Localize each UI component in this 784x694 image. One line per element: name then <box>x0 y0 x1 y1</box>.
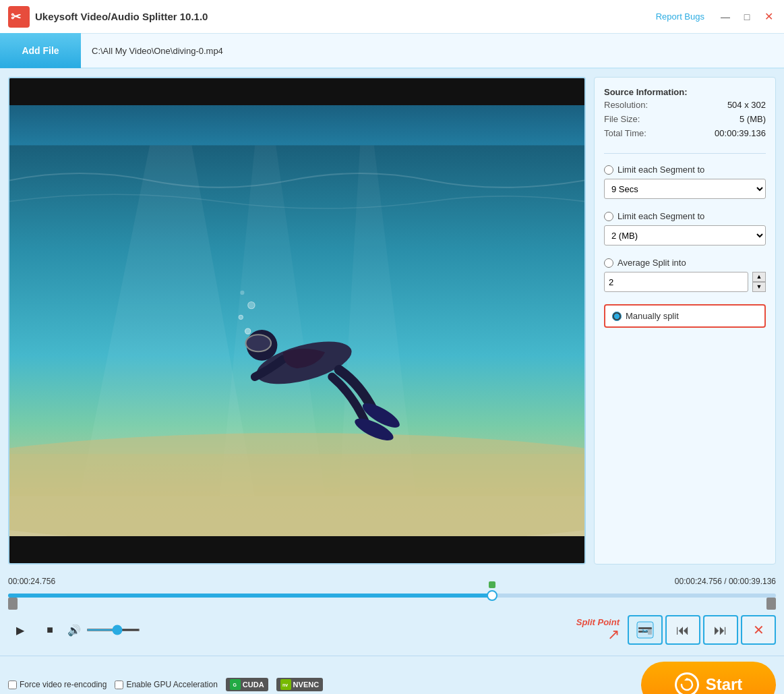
start-button[interactable]: Start <box>641 662 776 694</box>
time-select-row: 9 Secs 10 Secs 15 Secs 20 Secs 30 Secs 6… <box>604 179 766 199</box>
svg-point-13 <box>245 328 251 334</box>
right-trim-handle[interactable] <box>766 598 776 610</box>
svg-point-15 <box>248 301 255 308</box>
window-controls: — □ ✕ <box>718 9 776 24</box>
average-split-label: Average Split into <box>617 258 686 268</box>
current-time-display: 00:00:24.756 <box>8 577 55 586</box>
total-time-display: 00:00:24.756 / 00:00:39.136 <box>675 577 776 586</box>
nvenc-badge: nv NVENC <box>276 678 324 691</box>
go-to-end-button[interactable]: ⏭ <box>703 615 738 645</box>
average-split-radio[interactable] <box>604 258 613 268</box>
segment-time-select[interactable]: 9 Secs 10 Secs 15 Secs 20 Secs 30 Secs 6… <box>604 179 766 199</box>
refresh-icon <box>680 677 694 692</box>
average-split-radio-label[interactable]: Average Split into <box>604 258 766 268</box>
segment-size-select[interactable]: 1 (MB) 2 (MB) 5 (MB) 10 (MB) 20 (MB) <box>604 225 766 245</box>
filesize-value: 5 (MB) <box>740 114 766 124</box>
time-row: 00:00:24.756 00:00:24.756 / 00:00:39.136 <box>8 573 776 589</box>
svg-text:✂: ✂ <box>11 10 22 24</box>
main-content: Source Information: Resolution: 504 x 30… <box>0 69 784 573</box>
scissors-icon: ✂ <box>636 620 655 639</box>
progress-handle[interactable] <box>487 590 497 601</box>
add-file-button[interactable]: Add File <box>0 33 81 68</box>
enable-gpu-text: Enable GPU Acceleration <box>126 680 217 689</box>
source-info-section: Source Information: Resolution: 504 x 30… <box>604 87 766 142</box>
cuda-badge: G CUDA <box>226 678 268 691</box>
svg-point-16 <box>240 291 244 295</box>
filesize-row: File Size: 5 (MB) <box>604 114 766 124</box>
footer: Force video re-encoding Enable GPU Accel… <box>0 656 784 694</box>
progress-container[interactable] <box>8 594 776 607</box>
right-panel: Source Information: Resolution: 504 x 30… <box>594 77 776 565</box>
resolution-label: Resolution: <box>604 100 648 110</box>
spin-buttons: ▲ ▼ <box>752 272 766 292</box>
left-trim-handle[interactable] <box>8 598 18 610</box>
delete-button[interactable]: ✕ <box>741 615 776 645</box>
svg-point-10 <box>246 335 271 351</box>
manually-split-option[interactable]: Manually split <box>604 304 766 328</box>
svg-rect-7 <box>9 454 584 496</box>
divider-1 <box>604 153 766 154</box>
title-bar: ✂ Ukeysoft Video/Audio Splitter 10.1.0 R… <box>0 0 784 34</box>
app-logo: ✂ <box>8 6 30 28</box>
svg-text:G: G <box>233 683 237 687</box>
volume-icon: 🔊 <box>67 624 81 637</box>
limit-size-option: Limit each Segment to 1 (MB) 2 (MB) 5 (M… <box>604 211 766 245</box>
go-to-start-icon: ⏮ <box>676 623 690 638</box>
video-bottom-bar <box>9 536 584 563</box>
force-reencode-label[interactable]: Force video re-encoding <box>8 680 107 689</box>
totaltime-row: Total Time: 00:00:39.136 <box>604 128 766 138</box>
progress-track[interactable] <box>8 594 776 598</box>
add-split-point-button[interactable]: ✂ <box>628 615 663 645</box>
split-point-area: Split Point ↗ <box>525 617 620 643</box>
start-icon <box>675 672 699 694</box>
action-buttons: ✂ ⏮ ⏭ ✕ <box>628 615 776 645</box>
go-to-end-icon: ⏭ <box>714 623 727 638</box>
controls-row: ▶ ■ 🔊 Split Point ↗ ✂ ⏮ <box>8 610 776 650</box>
video-panel <box>8 77 586 565</box>
delete-icon: ✕ <box>753 622 764 638</box>
resolution-row: Resolution: 504 x 302 <box>604 100 766 110</box>
limit-size-radio-label[interactable]: Limit each Segment to <box>604 211 766 221</box>
footer-top: Force video re-encoding Enable GPU Accel… <box>8 662 776 694</box>
start-button-label: Start <box>706 675 743 694</box>
video-content <box>9 105 584 536</box>
manually-split-radio[interactable] <box>612 312 622 321</box>
average-split-input[interactable] <box>604 272 748 292</box>
split-arrow-icon: ↗ <box>607 626 620 643</box>
minimize-button[interactable]: — <box>718 9 733 24</box>
app-title: Ukeysoft Video/Audio Splitter 10.1.0 <box>35 11 656 22</box>
manually-split-label: Manually split <box>626 311 679 321</box>
average-input-row: ▲ ▼ <box>604 272 766 292</box>
split-marker <box>489 581 495 588</box>
nvenc-icon: nv <box>280 679 291 690</box>
go-to-start-button[interactable]: ⏮ <box>665 615 700 645</box>
source-info-title: Source Information: <box>604 87 766 97</box>
volume-slider[interactable] <box>86 629 140 631</box>
force-reencode-text: Force video re-encoding <box>20 680 107 689</box>
force-reencode-checkbox[interactable] <box>8 681 17 689</box>
play-button[interactable]: ▶ <box>8 618 32 642</box>
close-button[interactable]: ✕ <box>761 9 776 24</box>
svg-text:nv: nv <box>282 683 288 687</box>
report-bugs-link[interactable]: Report Bugs <box>656 11 704 22</box>
spin-down-button[interactable]: ▼ <box>752 282 766 292</box>
enable-gpu-label[interactable]: Enable GPU Acceleration <box>115 680 217 689</box>
resolution-value: 504 x 302 <box>727 100 766 110</box>
stop-button[interactable]: ■ <box>38 618 62 642</box>
enable-gpu-checkbox[interactable] <box>115 681 123 689</box>
limit-size-label: Limit each Segment to <box>617 211 704 221</box>
nvenc-label: NVENC <box>293 681 320 689</box>
spin-up-button[interactable]: ▲ <box>752 272 766 282</box>
svg-text:✂: ✂ <box>642 627 649 636</box>
totaltime-label: Total Time: <box>604 128 646 138</box>
cuda-icon: G <box>230 679 241 690</box>
average-split-option: Average Split into ▲ ▼ <box>604 258 766 292</box>
file-path-display: C:\All My Video\One\diving-0.mp4 <box>81 46 234 56</box>
file-bar: Add File C:\All My Video\One\diving-0.mp… <box>0 34 784 69</box>
limit-time-radio-label[interactable]: Limit each Segment to <box>604 165 766 175</box>
limit-size-radio[interactable] <box>604 212 613 221</box>
limit-time-radio[interactable] <box>604 165 613 175</box>
maximize-button[interactable]: □ <box>740 9 754 24</box>
totaltime-value: 00:00:39.136 <box>715 128 766 138</box>
cuda-label: CUDA <box>243 681 264 689</box>
